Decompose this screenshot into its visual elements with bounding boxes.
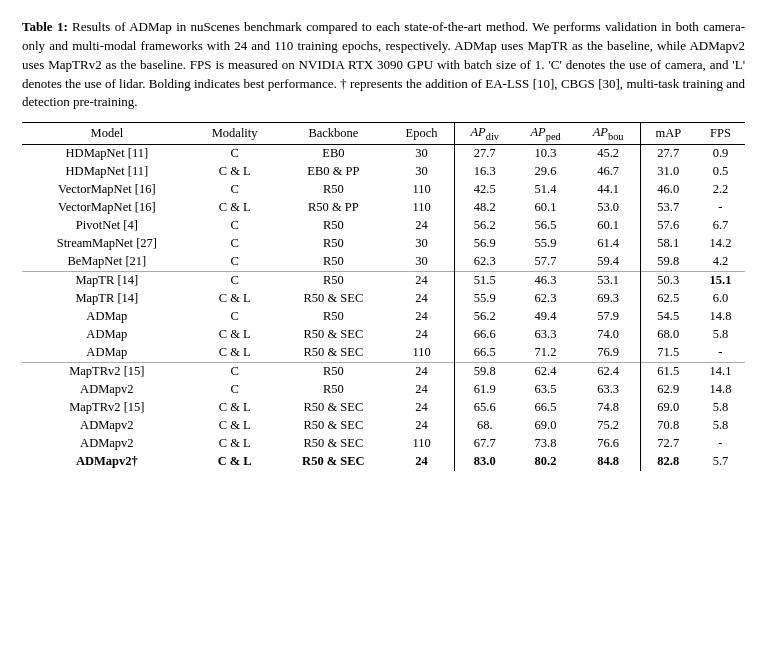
table-cell: VectorMapNet [16] xyxy=(22,199,192,217)
table-cell: C & L xyxy=(192,290,278,308)
col-map: mAP xyxy=(640,123,696,145)
table-cell: 30 xyxy=(389,253,454,272)
table-cell: 65.6 xyxy=(454,399,514,417)
table-cell: 110 xyxy=(389,181,454,199)
table-cell: 48.2 xyxy=(454,199,514,217)
col-modality: Modality xyxy=(192,123,278,145)
table-row: StreamMapNet [27]CR503056.955.961.458.11… xyxy=(22,235,745,253)
table-cell: C xyxy=(192,217,278,235)
table-row: ADMapv2C & LR50 & SEC11067.773.876.672.7… xyxy=(22,435,745,453)
table-row: ADMapC & LR50 & SEC2466.663.374.068.05.8 xyxy=(22,326,745,344)
table-cell: 57.9 xyxy=(577,308,641,326)
table-cell: 83.0 xyxy=(454,453,514,471)
table-cell: 63.3 xyxy=(515,326,577,344)
table-cell: StreamMapNet [27] xyxy=(22,235,192,253)
caption-text: Results of ADMap in nuScenes benchmark c… xyxy=(22,19,745,109)
table-cell: 30 xyxy=(389,235,454,253)
table-cell: 63.3 xyxy=(577,381,641,399)
table-cell: C xyxy=(192,144,278,163)
table-cell: R50 xyxy=(278,362,390,381)
table-cell-fps: 6.7 xyxy=(696,217,745,235)
table-cell: 56.2 xyxy=(454,308,514,326)
table-cell: 24 xyxy=(389,217,454,235)
table-cell-map: 69.0 xyxy=(640,399,696,417)
table-cell-map: 27.7 xyxy=(640,144,696,163)
table-cell: 46.3 xyxy=(515,271,577,290)
table-cell: 110 xyxy=(389,435,454,453)
table-cell: R50 & SEC xyxy=(278,453,390,471)
table-cell: C xyxy=(192,362,278,381)
table-cell-map: 62.5 xyxy=(640,290,696,308)
table-cell-map: 31.0 xyxy=(640,163,696,181)
table-cell: ADMapv2† xyxy=(22,453,192,471)
table-cell: 84.8 xyxy=(577,453,641,471)
table-cell: 55.9 xyxy=(454,290,514,308)
table-cell-map: 71.5 xyxy=(640,344,696,363)
table-cell: C & L xyxy=(192,163,278,181)
table-row: MapTRv2 [15]C & LR50 & SEC2465.666.574.8… xyxy=(22,399,745,417)
table-cell: R50 & SEC xyxy=(278,435,390,453)
table-cell: ADMap xyxy=(22,326,192,344)
table-cell: 44.1 xyxy=(577,181,641,199)
table-row: ADMapv2C & LR50 & SEC2468.69.075.270.85.… xyxy=(22,417,745,435)
table-row: ADMapC & LR50 & SEC11066.571.276.971.5- xyxy=(22,344,745,363)
table-cell: 74.0 xyxy=(577,326,641,344)
table-cell: 60.1 xyxy=(577,217,641,235)
col-ap-div: APdiv xyxy=(454,123,514,145)
col-epoch: Epoch xyxy=(389,123,454,145)
table-cell: R50 & PP xyxy=(278,199,390,217)
table-cell: 62.4 xyxy=(515,362,577,381)
table-cell: 71.2 xyxy=(515,344,577,363)
table-cell: 66.5 xyxy=(515,399,577,417)
table-cell: 24 xyxy=(389,326,454,344)
col-model: Model xyxy=(22,123,192,145)
table-cell: 29.6 xyxy=(515,163,577,181)
table-caption: Table 1: Results of ADMap in nuScenes be… xyxy=(22,18,745,112)
table-cell: C & L xyxy=(192,344,278,363)
table-cell: EB0 & PP xyxy=(278,163,390,181)
table-cell: C xyxy=(192,271,278,290)
table-cell: C & L xyxy=(192,399,278,417)
table-cell-fps: 5.8 xyxy=(696,399,745,417)
table-row: HDMapNet [11]CEB03027.710.345.227.70.9 xyxy=(22,144,745,163)
table-cell: 110 xyxy=(389,199,454,217)
table-cell: HDMapNet [11] xyxy=(22,144,192,163)
table-cell: R50 xyxy=(278,181,390,199)
table-cell-fps: 15.1 xyxy=(696,271,745,290)
table-cell: 27.7 xyxy=(454,144,514,163)
table-cell-fps: 5.8 xyxy=(696,326,745,344)
col-ap-ped: APped xyxy=(515,123,577,145)
table-cell: 56.9 xyxy=(454,235,514,253)
table-cell: 63.5 xyxy=(515,381,577,399)
table-cell: R50 xyxy=(278,235,390,253)
table-cell: 61.9 xyxy=(454,381,514,399)
table-cell: 49.4 xyxy=(515,308,577,326)
table-cell: ADMapv2 xyxy=(22,381,192,399)
table-cell-map: 46.0 xyxy=(640,181,696,199)
table-cell: C xyxy=(192,308,278,326)
table-cell: BeMapNet [21] xyxy=(22,253,192,272)
table-cell: C xyxy=(192,235,278,253)
table-cell-map: 68.0 xyxy=(640,326,696,344)
table-cell-fps: 14.8 xyxy=(696,308,745,326)
table-cell-map: 62.9 xyxy=(640,381,696,399)
table-cell: ADMapv2 xyxy=(22,435,192,453)
table-cell: 76.6 xyxy=(577,435,641,453)
table-cell-fps: - xyxy=(696,435,745,453)
table-cell: 45.2 xyxy=(577,144,641,163)
table-cell-fps: 14.8 xyxy=(696,381,745,399)
table-cell: 74.8 xyxy=(577,399,641,417)
table-cell: 59.8 xyxy=(454,362,514,381)
table-row: ADMapv2CR502461.963.563.362.914.8 xyxy=(22,381,745,399)
table-cell-map: 70.8 xyxy=(640,417,696,435)
table-cell: 75.2 xyxy=(577,417,641,435)
table-cell: C xyxy=(192,381,278,399)
table-row: VectorMapNet [16]C & LR50 & PP11048.260.… xyxy=(22,199,745,217)
table-cell: C & L xyxy=(192,326,278,344)
table-cell: ADMapv2 xyxy=(22,417,192,435)
table-cell: R50 xyxy=(278,381,390,399)
table-cell: 110 xyxy=(389,344,454,363)
table-cell: 24 xyxy=(389,381,454,399)
table-row: MapTR [14]CR502451.546.353.150.315.1 xyxy=(22,271,745,290)
table-cell-map: 61.5 xyxy=(640,362,696,381)
